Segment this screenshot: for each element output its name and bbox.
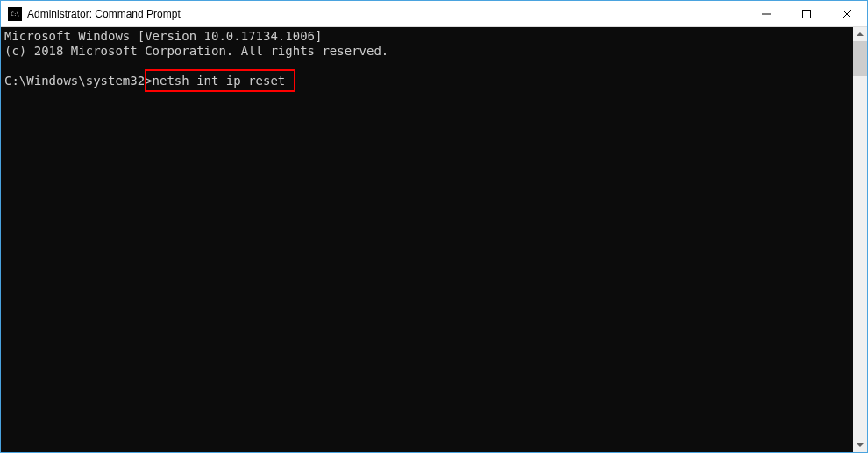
copyright-line: (c) 2018 Microsoft Corporation. All righ… xyxy=(4,44,388,58)
console-output[interactable]: Microsoft Windows [Version 10.0.17134.10… xyxy=(1,27,853,452)
app-icon xyxy=(8,7,22,21)
svg-rect-1 xyxy=(803,10,811,18)
maximize-icon xyxy=(802,10,811,18)
prompt-path: C:\Windows\system32> xyxy=(4,74,153,88)
vertical-scrollbar[interactable] xyxy=(853,27,867,452)
scroll-up-arrow[interactable] xyxy=(853,27,867,41)
console-container: Microsoft Windows [Version 10.0.17134.10… xyxy=(1,27,867,452)
minimize-icon xyxy=(762,10,771,18)
window-controls xyxy=(746,1,867,26)
scroll-thumb[interactable] xyxy=(853,41,867,76)
version-line: Microsoft Windows [Version 10.0.17134.10… xyxy=(4,29,322,43)
scroll-down-arrow[interactable] xyxy=(853,438,867,452)
minimize-button[interactable] xyxy=(746,1,786,26)
window-title: Administrator: Command Prompt xyxy=(27,8,746,20)
maximize-button[interactable] xyxy=(786,1,827,26)
chevron-up-icon xyxy=(857,32,864,36)
command-prompt-window: Administrator: Command Prompt Microsoft … xyxy=(0,0,868,453)
titlebar[interactable]: Administrator: Command Prompt xyxy=(1,1,867,27)
svg-marker-4 xyxy=(857,32,864,36)
chevron-down-icon xyxy=(857,443,864,447)
svg-marker-5 xyxy=(857,443,864,447)
close-icon xyxy=(843,10,851,18)
typed-command: netsh int ip reset xyxy=(153,74,286,88)
close-button[interactable] xyxy=(827,1,867,26)
